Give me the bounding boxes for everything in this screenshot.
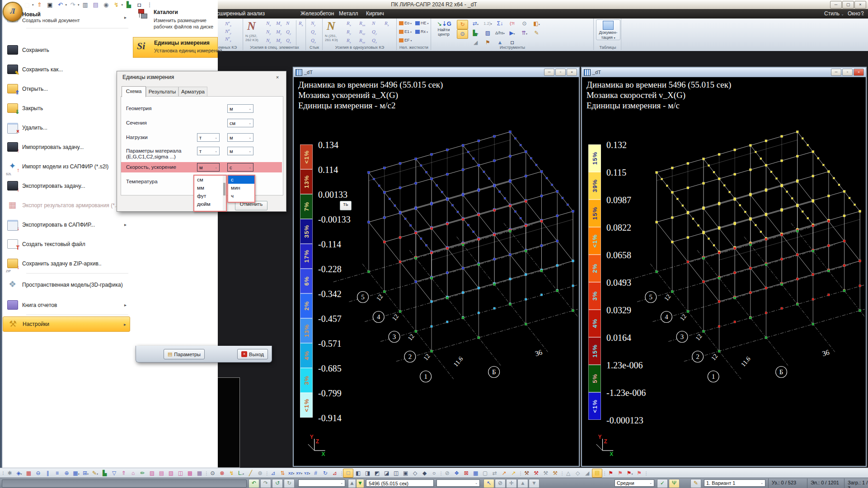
ribbon-right-menu-1[interactable]: Стиль⌄	[824, 9, 844, 19]
dialog-tab-2[interactable]: Результаты	[146, 87, 178, 97]
undo-icon[interactable]: ↶	[56, 1, 65, 9]
save-icon[interactable]: ▣	[46, 1, 55, 9]
menu-item-4[interactable]: ⇑Открыть...	[3, 79, 130, 98]
toolbar-icon[interactable]: ◪	[382, 469, 391, 477]
toolbar-plane-xy[interactable]: XY▾	[295, 471, 303, 475]
mdi-close-button[interactable]: ×	[854, 69, 864, 76]
apply-button-partial[interactable]: ть	[340, 201, 352, 210]
dialog-close-button[interactable]: ×	[272, 73, 283, 82]
tool-icon[interactable]: 1.2)▾	[483, 19, 493, 28]
tool-icon[interactable]: ⊙	[519, 19, 530, 28]
toolbar-icon[interactable]: ⊚	[255, 469, 265, 477]
formula-button[interactable]: Ruz	[359, 37, 365, 44]
mdi-titlebar[interactable]: _dT─▫×	[582, 68, 866, 77]
formula-button[interactable]: N	[286, 20, 289, 26]
toolbar-icon[interactable]: ⊞▾	[81, 469, 90, 477]
toolbar-icon[interactable]: ▤	[157, 469, 166, 477]
formula-button[interactable]: Naz	[225, 36, 231, 43]
formula-button[interactable]: Mz	[276, 37, 282, 44]
menu-item-catalogs[interactable]: Каталоги Изменить размещение рабочих фай…	[133, 6, 217, 36]
mosaic-icon[interactable]: Ψ	[669, 479, 680, 488]
edit-icon[interactable]: ✎	[690, 479, 701, 488]
toolbar-icon[interactable]: ✱	[5, 469, 14, 477]
toolbar-icon[interactable]: ▦	[195, 469, 204, 477]
ribbon-tab-4[interactable]: Кирпич	[361, 9, 389, 19]
toolbar-icon[interactable]: ▧	[166, 469, 176, 477]
toolbar-icon[interactable]: ⚑	[615, 469, 625, 477]
formula-button[interactable]: Qz	[286, 37, 291, 44]
undo-all-icon[interactable]: ↺	[272, 479, 283, 488]
units-combo-secondary[interactable]: м⌄	[227, 133, 253, 142]
formula-button[interactable]: Nx	[266, 20, 271, 27]
lock-icon[interactable]: ◘	[135, 1, 144, 9]
formula-button[interactable]: Nz	[266, 37, 271, 44]
toolbar-icon[interactable]: ⊖	[33, 469, 43, 477]
tool-icon[interactable]: ◘	[507, 38, 517, 47]
units-combo-primary[interactable]: т⌄	[197, 147, 220, 155]
toolbar-icon[interactable]: ⇄	[490, 469, 499, 477]
formula-button[interactable]: Qz	[372, 37, 377, 44]
nel-button-ЕF[interactable]: ЕF▾	[399, 38, 412, 42]
menu-item-16[interactable]: ⚒Настройки▸	[3, 316, 130, 332]
new-document-icon-dropdown[interactable]: ▾	[32, 3, 34, 7]
formula-button[interactable]: Ny	[311, 20, 315, 27]
redo-icon-dropdown[interactable]: ▾	[78, 3, 80, 7]
menu-item-14[interactable]: ❖Пространственная модель(3D-графика)	[3, 275, 130, 294]
toolbar-icon[interactable]: ⊙	[208, 469, 217, 477]
toolbar-handle[interactable]: ⁞	[1, 471, 5, 476]
toolbar-icon[interactable]: ○	[429, 469, 439, 477]
mdi-restore-button[interactable]: ▫	[555, 69, 566, 76]
toolbar-plane-xz[interactable]: XZ▾	[287, 471, 295, 475]
viewport[interactable]: Динамика во времени 5496 (55.015 сек) Мо…	[295, 78, 578, 465]
units-combo-primary[interactable]: т⌄	[197, 133, 220, 142]
toolbar-icon[interactable]: ❖	[452, 469, 461, 477]
tool-icon[interactable]: ▙▾	[470, 29, 481, 37]
menu-item-13[interactable]: ↓ZIPСохранить задачу в ZIP-архив..	[3, 254, 130, 273]
tool-icon[interactable]: ◢	[470, 38, 481, 47]
flash-icon-dropdown[interactable]: ▾	[122, 3, 123, 7]
undo-icon-dropdown[interactable]: ▾	[66, 3, 67, 7]
formula-button[interactable]: Nax	[225, 20, 231, 28]
ribbon-right-menu-3[interactable]: ?⌄	[861, 9, 868, 19]
toolbar-icon[interactable]: ⊠	[461, 469, 471, 477]
units-combo-secondary[interactable]: с⌄	[227, 163, 253, 172]
menu-item-2[interactable]: Сохранить	[3, 40, 130, 60]
redo-all-icon[interactable]: ↻	[284, 479, 295, 488]
exit-button[interactable]: × Выход	[237, 349, 268, 359]
toolbar-icon[interactable]: ⚑▾	[625, 469, 634, 477]
new-document-icon[interactable]: ▢	[23, 1, 32, 9]
ribbon-tab-3[interactable]: Металл	[334, 9, 362, 19]
toolbar-icon[interactable]: ◧	[353, 469, 363, 477]
toolbar-icon[interactable]: ▤	[592, 469, 602, 478]
status-tool-icon[interactable]: ✛	[506, 479, 517, 488]
toolbar-icon[interactable]: ▢	[480, 469, 490, 477]
status-tool-icon[interactable]: ↖	[483, 479, 494, 488]
tool-icon[interactable]: Δ/hs▾	[495, 29, 505, 37]
toolbar-icon[interactable]: #	[311, 469, 320, 477]
nel-button-НЕ[interactable]: НЕ▾	[415, 21, 429, 25]
toolbar-icon[interactable]: ↻	[320, 469, 330, 477]
units-combo-primary[interactable]: м⌄	[197, 163, 220, 172]
formula-button[interactable]: Qy	[372, 29, 377, 36]
formula-button[interactable]: Qy	[286, 29, 291, 36]
toolbar-icon[interactable]: ⚑	[634, 469, 644, 477]
dropdown-scrollbar[interactable]	[223, 176, 226, 211]
formula-button[interactable]: Ny	[266, 29, 271, 36]
formula-button[interactable]: Ruy	[359, 29, 365, 36]
quality-combo[interactable]: Средни⌄	[615, 479, 654, 487]
status-tool-icon[interactable]: ▼	[529, 479, 540, 488]
dropdown-option[interactable]: мм	[194, 184, 226, 192]
menu-item-15[interactable]: Книга отчетов▸	[3, 295, 130, 315]
menu-item-7[interactable]: ↑Импортировать задачу...	[3, 137, 130, 157]
book-icon[interactable]: ▤	[91, 1, 100, 9]
toolbar-icon[interactable]: ↯	[227, 469, 236, 477]
tool-icon[interactable]: ▶▾	[507, 29, 517, 37]
formula-button[interactable]: N	[372, 20, 375, 26]
mdi-minimize-button[interactable]: ─	[831, 69, 841, 76]
toolbar-icon[interactable]: ◢	[582, 469, 592, 477]
history-combo[interactable]: ⌄	[298, 479, 345, 487]
open-task-icon[interactable]: ⇑	[35, 1, 44, 9]
tool-icon[interactable]: ▨	[483, 29, 493, 37]
big-n-button[interactable]: N	[327, 19, 335, 33]
units-combo-secondary[interactable]: м⌄	[227, 104, 253, 113]
